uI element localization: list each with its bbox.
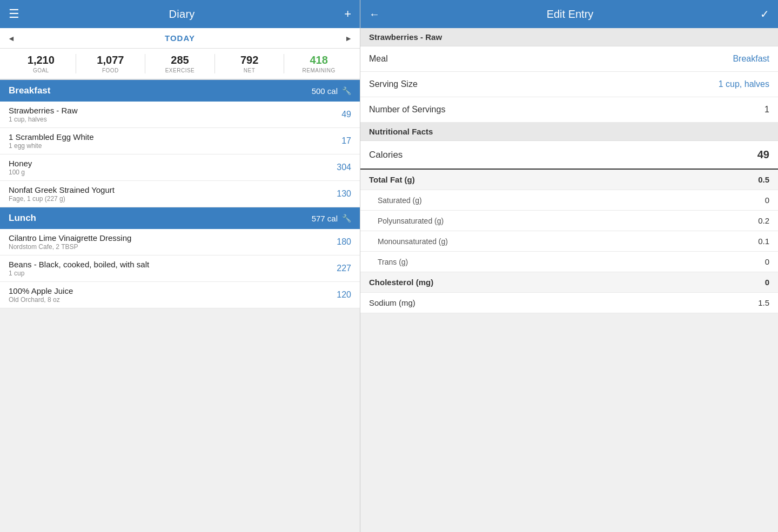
breakfast-settings-icon[interactable]: 🔧	[342, 86, 351, 95]
nutritional-facts-label: Nutritional Facts	[369, 127, 433, 136]
exercise-label: EXERCISE	[165, 68, 195, 73]
nutrition-row: Cholesterol (mg) 0	[360, 272, 778, 293]
next-day-button[interactable]: ►	[345, 34, 352, 43]
food-name-honey: Honey	[9, 159, 330, 168]
lunch-header: Lunch 577 cal 🔧	[0, 207, 360, 229]
net-label: NET	[244, 68, 256, 73]
food-stat: 1,077 FOOD	[76, 54, 145, 73]
nutrition-value: 0.5	[758, 175, 769, 184]
edit-entry-panel: ← Edit Entry ✓ Strawberries - Raw Meal B…	[360, 0, 778, 532]
lunch-name: Lunch	[9, 213, 36, 224]
net-stat: 792 NET	[215, 54, 284, 73]
food-cal-beans: 227	[330, 264, 351, 273]
edit-header: ← Edit Entry ✓	[360, 0, 778, 28]
meal-row-label: Meal	[369, 54, 388, 64]
food-info-honey: Honey 100 g	[9, 159, 330, 176]
nutrition-value: 1.5	[758, 298, 769, 307]
calories-row: Calories 49	[360, 141, 778, 170]
food-label: FOOD	[102, 68, 119, 73]
remaining-value: 418	[310, 54, 327, 66]
nutrition-label: Monounsaturated (g)	[369, 237, 448, 246]
nutrition-value: 0	[765, 257, 769, 266]
breakfast-calories-group: 500 cal 🔧	[312, 86, 351, 96]
lunch-calories-group: 577 cal 🔧	[312, 214, 351, 223]
list-item[interactable]: Strawberries - Raw 1 cup, halves 49	[0, 102, 360, 128]
list-item[interactable]: Nonfat Greek Strained Yogurt Fage, 1 cup…	[0, 181, 360, 207]
list-item[interactable]: Cilantro Lime Vinaigrette Dressing Nords…	[0, 229, 360, 255]
remaining-label: REMAINING	[303, 68, 336, 73]
food-detail-dressing: Nordstom Cafe, 2 TBSP	[9, 243, 330, 251]
nutrition-value: 0.2	[758, 216, 769, 225]
serving-size-value: 1 cup, halves	[719, 79, 769, 89]
food-name-beans: Beans - Black, cooked, boiled, with salt	[9, 260, 330, 269]
exercise-stat: 285 EXERCISE	[145, 54, 214, 73]
goal-value: 1,210	[28, 54, 55, 66]
nutrition-row: Monounsaturated (g) 0.1	[360, 231, 778, 252]
prev-day-button[interactable]: ◄	[8, 34, 15, 43]
food-name-juice: 100% Apple Juice	[9, 286, 330, 295]
menu-icon[interactable]: ☰	[9, 7, 19, 21]
food-detail-yogurt: Fage, 1 cup (227 g)	[9, 195, 330, 203]
list-item[interactable]: 100% Apple Juice Old Orchard, 8 oz 120	[0, 282, 360, 308]
serving-size-row[interactable]: Serving Size 1 cup, halves	[360, 72, 778, 97]
stats-bar: 1,210 GOAL 1,077 FOOD 285 EXERCISE 792 N…	[0, 49, 360, 80]
food-info-strawberries: Strawberries - Raw 1 cup, halves	[9, 106, 330, 123]
food-cal-honey: 304	[330, 163, 351, 172]
nutrition-label: Total Fat (g)	[369, 175, 415, 184]
food-info-juice: 100% Apple Juice Old Orchard, 8 oz	[9, 286, 330, 304]
food-detail-strawberries: 1 cup, halves	[9, 116, 330, 123]
current-date-label: TODAY	[165, 33, 195, 43]
lunch-settings-icon[interactable]: 🔧	[342, 214, 351, 223]
num-servings-label: Number of Servings	[369, 105, 445, 115]
food-detail-egg: 1 egg white	[9, 142, 330, 150]
nutrition-row: Saturated (g) 0	[360, 190, 778, 211]
exercise-value: 285	[171, 54, 189, 66]
date-navigation: ◄ TODAY ►	[0, 28, 360, 49]
food-info-beans: Beans - Black, cooked, boiled, with salt…	[9, 260, 330, 277]
goal-label: GOAL	[33, 68, 49, 73]
nutrition-value: 0	[765, 196, 769, 205]
diary-title: Diary	[169, 8, 194, 21]
list-item[interactable]: 1 Scrambled Egg White 1 egg white 17	[0, 128, 360, 154]
meal-row[interactable]: Meal Breakfast	[360, 46, 778, 72]
calories-label: Calories	[369, 150, 403, 160]
nutrition-facts-list: Total Fat (g) 0.5 Saturated (g) 0 Polyun…	[360, 170, 778, 313]
food-cal-dressing: 180	[330, 237, 351, 247]
add-icon[interactable]: +	[344, 7, 351, 21]
food-info-yogurt: Nonfat Greek Strained Yogurt Fage, 1 cup…	[9, 185, 330, 203]
list-item[interactable]: Honey 100 g 304	[0, 154, 360, 181]
edit-food-name: Strawberries - Raw	[369, 32, 442, 42]
food-cal-egg: 17	[330, 136, 351, 146]
food-value: 1,077	[97, 54, 124, 66]
nutrition-row: Trans (g) 0	[360, 252, 778, 272]
breakfast-header: Breakfast 500 cal 🔧	[0, 80, 360, 102]
diary-header: ☰ Diary +	[0, 0, 360, 28]
serving-size-label: Serving Size	[369, 79, 418, 89]
edit-entry-title: Edit Entry	[547, 8, 594, 21]
back-button[interactable]: ←	[369, 8, 380, 21]
breakfast-section: Breakfast 500 cal 🔧 Strawberries - Raw 1…	[0, 80, 360, 207]
nutrition-label: Cholesterol (mg)	[369, 278, 433, 287]
food-name-egg: 1 Scrambled Egg White	[9, 132, 330, 142]
meal-row-value: Breakfast	[733, 54, 769, 64]
nutrition-label: Sodium (mg)	[369, 298, 415, 307]
num-servings-row[interactable]: Number of Servings 1	[360, 97, 778, 123]
nutrition-row: Total Fat (g) 0.5	[360, 170, 778, 190]
save-check-button[interactable]: ✓	[760, 8, 769, 21]
list-item[interactable]: Beans - Black, cooked, boiled, with salt…	[0, 255, 360, 282]
food-detail-honey: 100 g	[9, 169, 330, 176]
breakfast-calories: 500 cal	[312, 86, 338, 96]
food-detail-juice: Old Orchard, 8 oz	[9, 296, 330, 304]
breakfast-name: Breakfast	[9, 85, 51, 96]
food-name-dressing: Cilantro Lime Vinaigrette Dressing	[9, 233, 330, 243]
num-servings-value: 1	[764, 105, 769, 115]
food-name-section: Strawberries - Raw	[360, 28, 778, 46]
nutrition-value: 0.1	[758, 237, 769, 246]
nutrition-row: Sodium (mg) 1.5	[360, 293, 778, 313]
nutrition-label: Trans (g)	[369, 258, 408, 266]
net-value: 792	[240, 54, 258, 66]
goal-stat: 1,210 GOAL	[6, 54, 76, 73]
lunch-section: Lunch 577 cal 🔧 Cilantro Lime Vinaigrett…	[0, 207, 360, 308]
remaining-stat: 418 REMAINING	[284, 54, 353, 73]
food-cal-strawberries: 49	[330, 110, 351, 119]
